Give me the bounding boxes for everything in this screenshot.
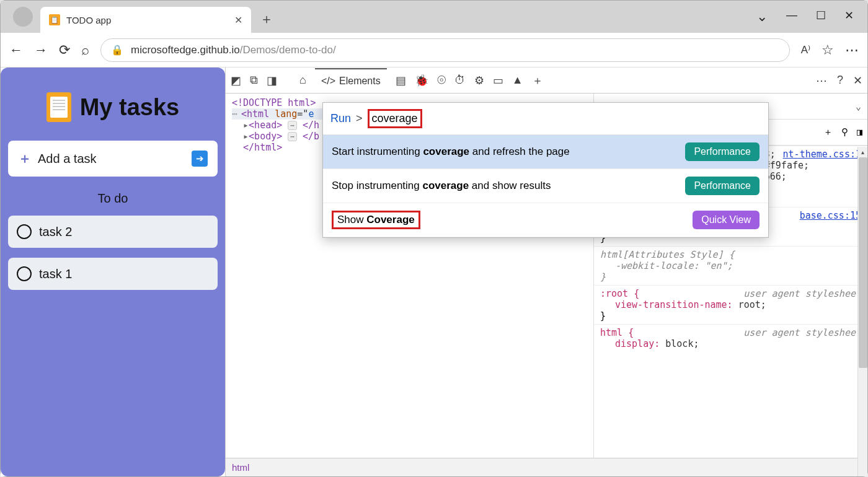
section-heading: To do: [8, 186, 218, 206]
dock-icon[interactable]: ◨: [267, 74, 277, 87]
styles-toolbar: ＋ ⚲ ◨: [823, 126, 862, 138]
device-icon[interactable]: ⧉: [250, 74, 258, 87]
scrollbar-thumb[interactable]: [859, 157, 867, 368]
vertical-scrollbar[interactable]: ▴: [857, 147, 867, 476]
ua-label: user agent stylesheet: [743, 288, 861, 299]
palette-item-text: Stop instrumenting coverage and show res…: [332, 180, 551, 192]
palette-item-text: Start instrumenting coverage and refresh…: [332, 146, 570, 158]
lock-icon: 🔒: [111, 44, 123, 56]
plus-icon: ＋: [18, 149, 32, 168]
more-icon[interactable]: ⋯: [845, 42, 859, 58]
command-input-row[interactable]: Run >coverage: [323, 103, 768, 135]
forward-button[interactable]: →: [34, 42, 48, 58]
clipboard-icon: [46, 92, 71, 122]
add-task-input[interactable]: ＋ Add a task ➔: [8, 141, 218, 177]
task-label: task 1: [39, 267, 72, 281]
task-label: task 2: [39, 225, 72, 239]
lighthouse-icon[interactable]: ▲: [512, 74, 523, 87]
clipboard-icon: 📋: [49, 14, 60, 25]
performance-icon[interactable]: ⏱: [454, 74, 466, 87]
more-tools-icon[interactable]: ⋯: [816, 74, 827, 87]
welcome-icon[interactable]: ⌂: [299, 74, 306, 87]
chevron-down-icon[interactable]: ⌄: [756, 9, 768, 25]
browser-window: 📋 TODO app ✕ ＋ ⌄ — ☐ ✕ ← → ⟳ ⌕ 🔒 microso…: [0, 0, 868, 477]
elements-icon: </>: [321, 76, 335, 87]
source-link[interactable]: base.css:15: [800, 210, 861, 221]
close-window-button[interactable]: ✕: [844, 9, 854, 25]
inspect-icon[interactable]: ◩: [231, 74, 241, 87]
command-prefix: >: [356, 112, 363, 125]
command-query: coverage: [372, 112, 418, 125]
selector-text: html[Attributes Style] {: [600, 249, 861, 260]
sources-icon[interactable]: 🐞: [415, 74, 428, 87]
read-aloud-icon[interactable]: A⁾: [801, 43, 810, 56]
new-tab-button[interactable]: ＋: [256, 9, 277, 30]
memory-icon[interactable]: ⚙: [474, 74, 484, 87]
favorite-icon[interactable]: ☆: [822, 42, 834, 58]
palette-item[interactable]: Show Coverage Quick View: [323, 203, 768, 237]
tab-title: TODO app: [66, 15, 228, 25]
ua-label: user agent stylesheet: [743, 327, 861, 338]
devtools-tabbar: ◩ ⧉ ◨ ⌂ </> Elements ▤ 🐞 ⦾ ⏱ ⚙ ▭ ▲ ＋ ⋯: [226, 68, 867, 94]
app-header: My tasks: [8, 75, 218, 131]
back-button[interactable]: ←: [9, 42, 23, 58]
titlebar: 📋 TODO app ✕ ＋ ⌄ — ☐ ✕: [1, 1, 867, 33]
palette-item[interactable]: Start instrumenting coverage and refresh…: [323, 135, 768, 169]
todo-app: My tasks ＋ Add a task ➔ To do task 2 tas…: [1, 68, 225, 476]
application-icon[interactable]: ▭: [493, 74, 503, 87]
network-icon[interactable]: ⦾: [437, 74, 446, 87]
page-title: My tasks: [80, 94, 180, 121]
maximize-button[interactable]: ☐: [816, 9, 826, 25]
address-bar[interactable]: 🔒 microsoftedge.github.io/Demos/demo-to-…: [100, 38, 790, 62]
category-badge: Quick View: [693, 211, 760, 229]
add-panel-icon[interactable]: ＋: [532, 73, 543, 88]
source-link[interactable]: nt-theme.css:1: [783, 149, 861, 160]
palette-item[interactable]: Stop instrumenting coverage and show res…: [323, 169, 768, 203]
run-label: Run: [330, 112, 351, 125]
show-coverage-highlight: Show Coverage: [332, 211, 420, 229]
filter-icon[interactable]: ⚲: [841, 126, 848, 138]
browser-tab[interactable]: 📋 TODO app ✕: [40, 7, 251, 33]
submit-icon[interactable]: ➔: [192, 151, 208, 167]
close-icon[interactable]: ✕: [234, 14, 242, 26]
scroll-up-icon[interactable]: ▴: [858, 147, 867, 157]
breadcrumb-item[interactable]: html: [232, 462, 249, 473]
minimize-button[interactable]: —: [786, 9, 797, 25]
close-devtools-icon[interactable]: ✕: [853, 74, 862, 87]
window-controls: ⌄ — ☐ ✕: [756, 9, 862, 25]
browser-toolbar: ← → ⟳ ⌕ 🔒 microsoftedge.github.io/Demos/…: [1, 33, 867, 68]
toggle-icon[interactable]: ◨: [857, 126, 862, 138]
command-palette: Run >coverage Start instrumenting covera…: [322, 102, 769, 238]
profile-avatar[interactable]: [13, 7, 33, 27]
checkbox-icon[interactable]: [17, 224, 32, 239]
url-text: microsoftedge.github.io/Demos/demo-to-do…: [131, 44, 336, 56]
console-icon[interactable]: ▤: [396, 74, 406, 87]
breadcrumb[interactable]: html: [226, 458, 867, 476]
add-rule-icon[interactable]: ＋: [823, 126, 833, 138]
tab-elements[interactable]: </> Elements: [315, 68, 387, 93]
category-badge: Performance: [685, 142, 760, 161]
search-icon[interactable]: ⌕: [81, 42, 89, 58]
chevron-down-icon[interactable]: ⌄: [856, 101, 861, 112]
add-task-label: Add a task: [38, 152, 97, 166]
help-icon[interactable]: ?: [837, 74, 843, 87]
task-item[interactable]: task 1: [8, 258, 218, 290]
command-query-highlight: coverage: [368, 109, 422, 128]
tab-label: Elements: [339, 76, 381, 87]
category-badge: Performance: [685, 177, 760, 195]
checkbox-icon[interactable]: [17, 266, 32, 281]
refresh-button[interactable]: ⟳: [59, 42, 70, 58]
task-item[interactable]: task 2: [8, 216, 218, 248]
